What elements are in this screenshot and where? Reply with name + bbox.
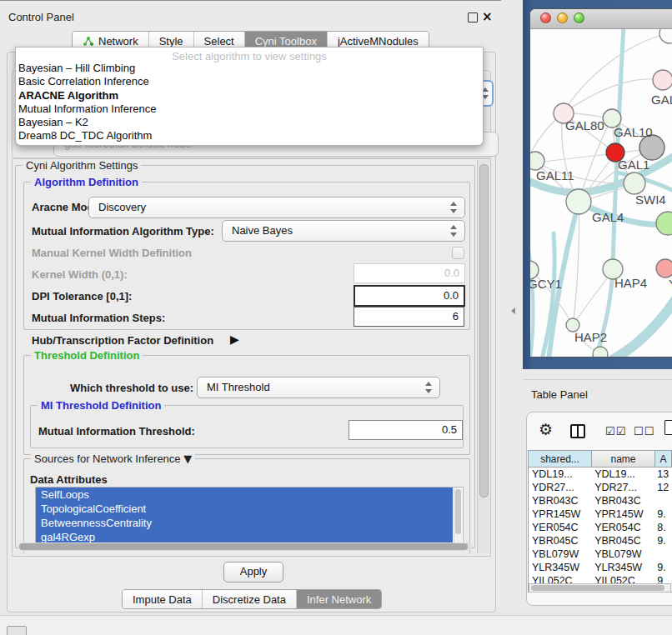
which-threshold-select[interactable]: MI Threshold [197,377,440,398]
tab-impute-data[interactable]: Impute Data [123,590,202,608]
control-panel-title: Control Panel [8,11,74,23]
threshold-definition-title: Threshold Definition [31,349,143,362]
tab-select-label: Select [204,35,234,48]
status-strip [0,615,672,635]
node-swi4[interactable] [656,212,672,235]
data-attributes-label: Data Attributes [30,473,108,486]
network-window-titlebar[interactable] [530,9,672,29]
label-gcy1: GCY1 [530,277,562,291]
close-icon[interactable]: × [482,9,493,24]
close-traffic-light-icon[interactable] [540,12,551,23]
sources-collapse-icon[interactable]: ▼ [183,452,192,465]
kernel-width-input[interactable]: 0.0 [354,263,465,283]
tab-jactivemnodules-label: jActiveMNodules [338,35,419,48]
panel-splitter-handle[interactable] [511,308,515,314]
network-icon [83,36,94,47]
list-item-betweennesscentrality[interactable]: BetweennessCentrality [36,516,453,530]
list-vertical-scrollbar[interactable] [454,488,462,543]
node-bottom[interactable] [593,347,608,358]
combo-arrows-icon [425,382,433,393]
sources-title-text: Sources for Network Inference [34,452,181,465]
tab-infer-network[interactable]: Infer Network [296,590,381,608]
tab-discretize-data-label: Discretize Data [213,593,286,606]
dpi-tolerance-label: DPI Tolerance [0,1]: [32,290,132,302]
scrollbar-thumb[interactable] [479,164,489,498]
label-gal1: GAL1 [618,158,649,172]
table-panel-title: Table Panel [531,388,588,401]
dropdown-item-aracne[interactable]: ARACNE Algorithm [16,89,483,102]
dropdown-prompt: Select algorithm to view settings [16,48,483,62]
screen: Control Panel × Network Style Select Cyn… [0,0,672,635]
tab-infer-network-label: Infer Network [307,593,371,606]
aracne-mode-value: Discovery [98,201,146,213]
float-window-icon[interactable] [468,12,478,22]
label-gal10: GAL10 [614,125,653,139]
split-columns-icon[interactable] [570,424,585,438]
network-view-window: GAL GAL80 GAL10 GAL1 GAL11 SWI4 GAL4 GCY… [529,8,672,358]
unselect-all-columns-icon[interactable]: ☐☐ [634,425,654,438]
network-canvas[interactable]: GAL GAL80 GAL10 GAL1 GAL11 SWI4 GAL4 GCY… [530,29,672,358]
node-unlabeled[interactable] [659,29,672,43]
algorithm-definition-title: Algorithm Definition [31,176,142,188]
aracne-mode-select[interactable]: Discovery [88,197,465,218]
label-gal11: GAL11 [536,168,574,182]
dropdown-item-basic-correlation[interactable]: Basic Correlation Inference [16,75,483,88]
kernel-width-label: Kernel Width (0,1): [32,268,128,281]
settings-vertical-scrollbar[interactable] [477,160,489,553]
label-hap2: HAP2 [574,330,607,344]
scrollbar-thumb[interactable] [455,489,461,534]
bottom-stub-button[interactable] [7,626,27,635]
which-threshold-value: MI Threshold [207,381,270,393]
apply-button[interactable]: Apply [223,562,283,582]
mi-steps-label: Mutual Information Steps: [32,312,165,324]
label-gal4: GAL4 [592,210,624,224]
dropdown-item-mutual-information[interactable]: Mutual Information Inference [16,102,483,116]
node-gal11[interactable] [530,152,544,170]
mi-type-label: Mutual Information Algorithm Type: [32,225,214,238]
combo-arrows-icon [450,225,458,237]
dropdown-item-bayesian-hill-climbing[interactable]: Bayesian – Hill Climbing [16,62,483,75]
label-gal80: GAL80 [565,118,604,132]
select-all-columns-icon[interactable]: ☑☑ [605,425,626,438]
mi-steps-input[interactable]: 6 [354,307,464,327]
label-y: Y [669,277,672,291]
sources-title: Sources for Network Inference ▼ [31,452,195,465]
manual-kernel-checkbox[interactable] [452,247,464,259]
hub-expand-icon[interactable]: ▶ [230,332,239,346]
dropdown-item-bayesian-k2[interactable]: Bayesian – K2 [16,116,483,129]
hub-definition-label: Hub/Transcription Factor Definition [32,334,213,347]
mi-type-value: Naive Bayes [232,224,293,237]
mi-threshold-definition-title: MI Threshold Definition [38,399,164,412]
mi-threshold-label: Mutual Information Threshold: [38,425,195,438]
algorithm-dropdown: Select algorithm to view settings Bayesi… [15,47,484,146]
mi-threshold-input[interactable]: 0.5 [349,420,463,440]
table-horizontal-scrollbar[interactable] [529,583,671,592]
which-threshold-label: Which threshold to use: [70,382,193,394]
tab-style-label: Style [159,35,183,48]
label-swi4: SWI4 [635,192,666,207]
data-attributes-list: SelfLoops TopologicalCoefficient Between… [35,487,464,546]
scrollbar-thumb[interactable] [531,585,664,591]
minimize-traffic-light-icon[interactable] [557,12,568,23]
dropdown-item-dream8[interactable]: Dream8 DC_TDC Algorithm [16,129,483,142]
gear-icon[interactable]: ⚙ [539,420,553,438]
scrollbar-thumb[interactable] [19,543,468,550]
tab-discretize-data[interactable]: Discretize Data [202,590,296,608]
table-panel-divider [523,379,672,380]
label-gal: GAL [651,92,672,107]
cyni-algorithm-settings-title: Cyni Algorithm Settings [23,159,141,172]
node-gal[interactable] [653,70,672,90]
mi-type-select[interactable]: Naive Bayes [222,220,465,242]
list-item-selfloops[interactable]: SelfLoops [36,488,453,502]
node-gal1[interactable] [624,172,645,194]
settings-horizontal-scrollbar[interactable] [18,542,472,551]
tab-impute-data-label: Impute Data [133,593,192,606]
zoom-traffic-light-icon[interactable] [574,12,584,23]
table-frame [528,450,672,592]
list-item-topologicalcoefficient[interactable]: TopologicalCoefficient [36,502,453,516]
node-salmon[interactable] [656,259,672,278]
document-icon[interactable] [664,420,672,435]
label-hap4: HAP4 [614,276,647,290]
dpi-tolerance-input[interactable]: 0.0 [354,285,465,307]
node-gal4[interactable] [566,189,591,214]
